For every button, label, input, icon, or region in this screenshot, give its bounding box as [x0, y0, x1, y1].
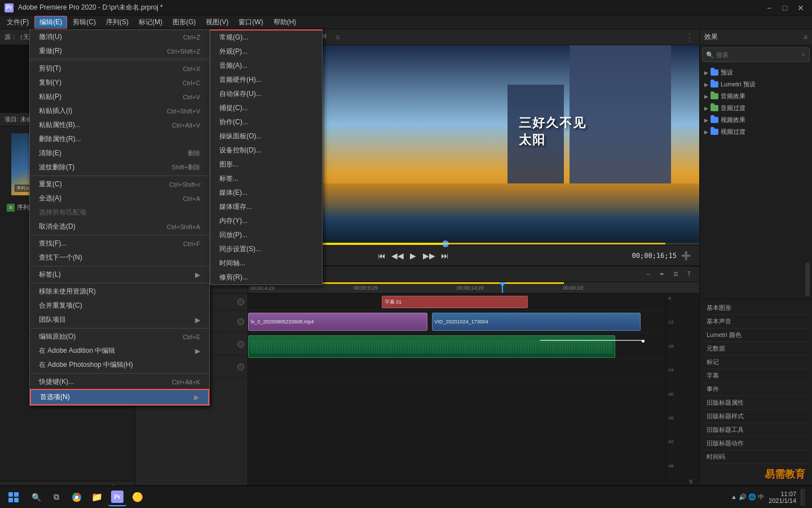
- effects-folder-video-effect[interactable]: ▶ 视频效果: [702, 114, 810, 126]
- edit-menu-clear[interactable]: 清除(E) 删除: [30, 146, 209, 160]
- menu-graphics[interactable]: 图形(G): [168, 16, 200, 28]
- show-desktop-button[interactable]: [801, 489, 805, 506]
- pref-collaboration[interactable]: 协作(C)...: [210, 115, 322, 129]
- clip-v1-a[interactable]: lv_0_20200805233608.mp4: [248, 313, 427, 331]
- minimize-button[interactable]: −: [762, 5, 776, 11]
- pref-capture[interactable]: 捕捉(C)...: [210, 101, 322, 115]
- edit-menu-cut[interactable]: 剪切(T) Ctrl+X: [30, 62, 209, 76]
- task-view-button[interactable]: ⧉: [47, 488, 65, 506]
- effects-search-bar[interactable]: 🔍 ✕: [702, 47, 810, 62]
- pref-device-control[interactable]: 设备控制(D)...: [210, 143, 322, 157]
- maximize-button[interactable]: □: [778, 5, 792, 11]
- pref-media[interactable]: 媒体(E)...: [210, 186, 322, 200]
- play-button[interactable]: ▶: [407, 249, 420, 262]
- pref-trim[interactable]: 修剪(R)...: [210, 270, 322, 284]
- start-button[interactable]: [2, 486, 25, 509]
- menu-help[interactable]: 帮助(H): [269, 16, 301, 28]
- edit-menu-undo[interactable]: 撤消(U) Ctrl+Z: [30, 30, 209, 44]
- effects-folder-lumetri[interactable]: ▶ Lumetri 预设: [702, 78, 810, 90]
- timeline-tool-2[interactable]: ✒: [656, 269, 668, 279]
- panel-legacy-title-actions[interactable]: 旧版标题动作: [702, 437, 810, 450]
- pref-audio-hardware[interactable]: 音频硬件(H)...: [210, 73, 322, 87]
- effects-folder-presets[interactable]: ▶ 预设: [702, 67, 810, 78]
- clip-a1[interactable]: [248, 335, 615, 358]
- search-taskbar-button[interactable]: 🔍: [27, 488, 45, 506]
- pref-appearance[interactable]: 外观(P)...: [210, 45, 322, 59]
- timeline-tool-4[interactable]: T: [683, 269, 695, 279]
- monitor-panel-menu[interactable]: ⋮: [685, 31, 695, 43]
- menu-edit[interactable]: 编辑(E): [34, 16, 67, 29]
- edit-menu-labels[interactable]: 标签(L) ▶: [30, 268, 209, 282]
- pref-control-surface[interactable]: 操纵面板(O)...: [210, 129, 322, 143]
- menu-view[interactable]: 视图(V): [201, 16, 233, 28]
- panel-legacy-title-tools[interactable]: 旧版标题工具: [702, 423, 810, 437]
- extra-taskbar-button[interactable]: 🟡: [129, 488, 147, 506]
- step-back-button[interactable]: ⏮: [375, 249, 389, 262]
- effects-menu-icon[interactable]: ≡: [804, 33, 807, 41]
- panel-captions[interactable]: 字幕: [702, 369, 810, 383]
- edit-menu-deselect-all[interactable]: 取消全选(D) Ctrl+Shift+A: [30, 220, 209, 234]
- taskbar-clock[interactable]: 11:07 2021/1/14: [769, 491, 796, 504]
- pref-sync[interactable]: 同步设置(S)...: [210, 242, 322, 256]
- menu-file[interactable]: 文件(F): [2, 16, 33, 28]
- panel-legacy-title-styles[interactable]: 旧版标题样式: [702, 410, 810, 423]
- edit-menu-find[interactable]: 查找(F)... Ctrl+F: [30, 237, 209, 251]
- pref-media-cache[interactable]: 媒体缓存...: [210, 200, 322, 214]
- edit-menu-photoshop[interactable]: 在 Adobe Photoshop 中编辑(H): [30, 358, 209, 372]
- fast-forward-button[interactable]: ▶▶: [422, 249, 436, 262]
- edit-menu-original[interactable]: 编辑原始(O) Ctrl+E: [30, 330, 209, 344]
- volume-keyframe[interactable]: [642, 340, 645, 343]
- edit-menu-select-all[interactable]: 全选(A) Ctrl+A: [30, 191, 209, 205]
- edit-menu-ripple-delete[interactable]: 波纹删除(T) Shift+删除: [30, 160, 209, 174]
- edit-menu-copy[interactable]: 复制(Y) Ctrl+C: [30, 76, 209, 90]
- effects-folder-video-trans[interactable]: ▶ 视频过渡: [702, 126, 810, 138]
- panel-legacy-title-props[interactable]: 旧版标题属性: [702, 396, 810, 410]
- menu-window[interactable]: 窗口(W): [234, 16, 267, 28]
- search-clear-icon[interactable]: ✕: [801, 52, 806, 58]
- edit-menu-audition[interactable]: 在 Adobe Audition 中编辑 ▶: [30, 344, 209, 358]
- effects-folder-audio-effect[interactable]: ▶ 音频效果: [702, 90, 810, 102]
- timeline-tool-1[interactable]: ↔: [643, 269, 654, 279]
- edit-menu-paste[interactable]: 粘贴(P) Ctrl+V: [30, 90, 209, 104]
- effects-folder-audio-trans[interactable]: ▶ 音频过渡: [702, 102, 810, 114]
- edit-menu-preferences[interactable]: 首选项(N) ▶: [30, 389, 209, 405]
- pref-timeline[interactable]: 时间轴...: [210, 256, 322, 270]
- pref-general[interactable]: 常规(G)...: [210, 30, 322, 45]
- pref-audio[interactable]: 音频(A)...: [210, 59, 322, 73]
- track-mic-a2[interactable]: [237, 364, 244, 370]
- track-record-v2[interactable]: [237, 299, 244, 305]
- pref-graphics[interactable]: 图形...: [210, 157, 322, 172]
- edit-menu-find-next[interactable]: 查找下一个(N): [30, 251, 209, 265]
- effects-search-input[interactable]: [716, 51, 799, 58]
- pref-memory[interactable]: 内存(Y)...: [210, 214, 322, 228]
- panel-basic-audio[interactable]: 基本声音: [702, 315, 810, 329]
- track-record-v1[interactable]: [237, 318, 244, 325]
- pref-labels[interactable]: 标签...: [210, 172, 322, 186]
- edit-menu-paste-insert[interactable]: 粘贴插入(I) Ctrl+Shift+V: [30, 104, 209, 118]
- pref-playback[interactable]: 回放(P)...: [210, 228, 322, 242]
- close-button[interactable]: ✕: [794, 5, 807, 11]
- panel-timecode[interactable]: 时间码: [702, 450, 810, 464]
- timecode-display[interactable]: 00;00;16;15: [632, 252, 677, 260]
- edit-menu-shortcuts[interactable]: 快捷键(K)... Ctrl+Alt+K: [30, 375, 209, 389]
- clip-v2-subtitle[interactable]: 字幕 01: [382, 296, 528, 308]
- add-marker-button[interactable]: ➕: [679, 249, 692, 262]
- edit-menu-duplicate[interactable]: 重复(C) Ctrl+Shift+/: [30, 177, 209, 191]
- panel-lumetri-color[interactable]: Lumetri 颜色: [702, 329, 810, 342]
- edit-menu-remove-unused[interactable]: 移除未使用资源(R): [30, 284, 209, 299]
- step-forward-button[interactable]: ⏭: [438, 249, 452, 262]
- file-explorer-button[interactable]: 📁: [88, 488, 106, 506]
- rewind-button[interactable]: ◀◀: [391, 249, 404, 262]
- panel-events[interactable]: 事件: [702, 383, 810, 396]
- edit-menu-paste-attrs[interactable]: 粘贴属性(B)... Ctrl+Alt+V: [30, 118, 209, 132]
- track-mic-a1[interactable]: [237, 341, 244, 348]
- clip-v1-b[interactable]: VID_20201024_173004: [432, 313, 641, 331]
- menu-sequence[interactable]: 序列(S): [102, 16, 133, 28]
- panel-metadata[interactable]: 元数据: [702, 342, 810, 356]
- menu-clip[interactable]: 剪辑(C): [68, 16, 100, 28]
- menu-marker[interactable]: 标记(M): [134, 16, 167, 28]
- premiere-taskbar-button[interactable]: Pr: [108, 488, 126, 506]
- pref-auto-save[interactable]: 自动保存(U)...: [210, 87, 322, 101]
- edit-menu-redo[interactable]: 重做(R) Ctrl+Shift+Z: [30, 44, 209, 58]
- edit-menu-remove-attrs[interactable]: 删除属性(R)...: [30, 132, 209, 146]
